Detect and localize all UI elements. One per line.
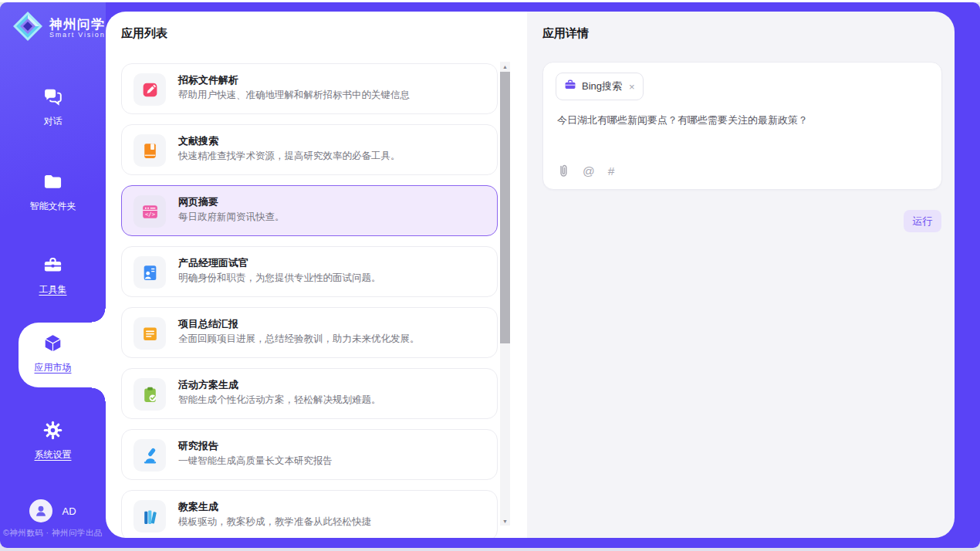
brand-logo: 神州问学 Smart Vision [12,11,105,45]
selected-tab-notch-top [92,309,106,323]
chat-icon [42,86,63,110]
app-card-name: 项目总结汇报 [178,317,238,331]
user-initials: AD [62,505,76,517]
app-card-desc: 快速精准查找学术资源，提高研究效率的必备工具。 [178,150,400,163]
tool-tag-label: Bing搜索 [582,79,622,93]
avatar [29,499,52,522]
app-card-name: 教案生成 [178,500,218,514]
folder-icon [42,171,63,195]
scroll-up-arrow-icon[interactable]: ▲ [500,62,510,71]
app-card-literature-search[interactable]: 文献搜索 快速精准查找学术资源，提高研究效率的必备工具。 [121,124,498,175]
note-icon [133,317,166,350]
app-card-name: 活动方案生成 [178,378,238,392]
close-icon[interactable]: × [629,82,635,92]
interview-doc-icon [133,256,166,289]
person-icon [32,502,49,519]
app-card-name: 文献搜索 [178,134,218,148]
app-detail-panel: 应用详情 Bing搜索 × 今日湖北有哪些新闻要点？有哪些需要关注的最新政策？ [527,12,955,538]
svg-text:</>: </> [144,211,155,218]
brand-name: 神州问学 [49,17,105,32]
toolbox-icon [42,255,63,279]
sidebar-item-label: 应用市场 [35,361,72,374]
app-card-project-summary[interactable]: 项目总结汇报 全面回顾项目进展，总结经验教训，助力未来优化发展。 [121,307,498,358]
at-icon[interactable]: @ [583,164,595,178]
brand-tagline: Smart Vision [49,31,105,39]
app-card-desc: 全面回顾项目进展，总结经验教训，助力未来优化发展。 [178,333,420,346]
query-input[interactable]: 今日湖北有哪些新闻要点？有哪些需要关注的最新政策？ [557,113,928,127]
sidebar-item-toolset[interactable]: 工具集 [0,255,106,296]
gear-icon [42,420,63,444]
app-detail-title: 应用详情 [542,26,589,41]
app-card-name: 研究报告 [178,439,218,453]
composer-card: Bing搜索 × 今日湖北有哪些新闻要点？有哪些需要关注的最新政策？ @ # [542,62,942,190]
app-card-desc: 一键智能生成高质量长文本研究报告 [178,455,333,468]
tool-tag-bing-search[interactable]: Bing搜索 × [556,73,644,100]
sidebar-item-settings[interactable]: 系统设置 [0,420,106,461]
sidebar-item-chat[interactable]: 对话 [0,86,106,128]
user-account[interactable]: AD [0,499,106,522]
book-icon [133,134,166,167]
hash-icon[interactable]: # [608,164,615,178]
app-card-event-plan[interactable]: 活动方案生成 智能生成个性化活动方案，轻松解决规划难题。 [121,368,498,419]
scrollbar-thumb[interactable] [500,72,510,343]
sidebar-item-smart-folders[interactable]: 智能文件夹 [0,171,106,213]
scroll-down-arrow-icon[interactable]: ▼ [500,516,510,526]
app-card-name: 产品经理面试官 [178,256,248,270]
content-area: 应用列表 招标文件解析 帮助用户快速、准确地理解和解析招标书中的关键信息 [106,12,955,538]
briefcase-icon [564,79,576,94]
selected-tab-notch-bottom [92,387,106,401]
app-card-pm-interviewer[interactable]: 产品经理面试官 明确身份和职责，为您提供专业性的面试问题。 [121,246,498,297]
sidebar-item-label: 工具集 [39,283,67,296]
app-card-name: 招标文件解析 [178,73,238,87]
sidebar-item-label: 系统设置 [35,448,72,461]
sidebar-item-app-market[interactable]: 应用市场 [0,333,106,374]
paperclip-icon[interactable] [557,164,569,179]
books-icon [133,500,166,532]
app-card-lesson-plan[interactable]: 教案生成 模板驱动，教案秒成，教学准备从此轻松快捷 [121,490,498,538]
sidebar: 神州问学 Smart Vision 对话 智能文件夹 [0,2,106,548]
brand-diamond-icon [12,11,43,45]
app-list-panel: 应用列表 招标文件解析 帮助用户快速、准确地理解和解析招标书中的关键信息 [106,12,527,538]
sidebar-item-label: 对话 [44,115,63,128]
app-card-web-summary[interactable]: </> 网页摘要 每日政府新闻资讯快查。 [121,185,498,236]
clipboard-check-icon [133,378,166,411]
microscope-icon [133,439,166,472]
app-card-desc: 明确身份和职责，为您提供专业性的面试问题。 [178,272,381,285]
app-card-desc: 智能生成个性化活动方案，轻松解决规划难题。 [178,394,381,407]
edit-icon [133,73,166,106]
app-frame: 神州问学 Smart Vision 对话 智能文件夹 [0,2,980,548]
app-card-name: 网页摘要 [178,195,218,209]
app-card-desc: 帮助用户快速、准确地理解和解析招标书中的关键信息 [178,89,410,102]
app-card-bid-analysis[interactable]: 招标文件解析 帮助用户快速、准确地理解和解析招标书中的关键信息 [121,63,498,114]
cube-icon [42,333,63,357]
app-list-title: 应用列表 [121,26,167,41]
sidebar-footer: ©神州数码 · 神州问学出品 [0,528,106,539]
run-button[interactable]: 运行 [904,210,941,232]
app-card-desc: 模板驱动，教案秒成，教学准备从此轻松快捷 [178,516,371,529]
app-card-desc: 每日政府新闻资讯快查。 [178,211,285,224]
sidebar-item-label: 智能文件夹 [30,200,76,213]
composer-toolbar: @ # [557,164,614,179]
app-list-scrollbar[interactable]: ▲ ▼ [500,62,510,526]
app-card-research-report[interactable]: 研究报告 一键智能生成高质量长文本研究报告 [121,429,498,480]
browser-code-icon: </> [133,195,166,228]
